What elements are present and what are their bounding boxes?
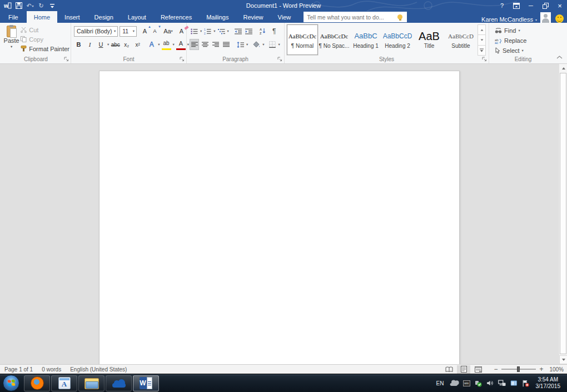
tab-insert[interactable]: Insert: [57, 11, 87, 23]
taskbar-explorer-button[interactable]: [78, 375, 105, 391]
align-right-button[interactable]: [211, 39, 220, 50]
minimize-button[interactable]: ─: [524, 0, 538, 11]
document-page[interactable]: [99, 71, 460, 364]
align-center-button[interactable]: [200, 39, 210, 50]
tab-review[interactable]: Review: [236, 11, 271, 23]
font-dialog-launcher[interactable]: [180, 57, 185, 62]
ribbon-display-options-button[interactable]: [509, 0, 524, 11]
zoom-slider-track[interactable]: [501, 369, 536, 370]
find-dropdown-arrow[interactable]: ▾: [518, 28, 520, 33]
zoom-slider-thumb[interactable]: [517, 366, 520, 372]
tray-app-window-icon[interactable]: [510, 380, 518, 386]
start-button[interactable]: [3, 375, 19, 391]
highlight-dropdown-arrow[interactable]: ▾: [173, 42, 175, 47]
font-family-combo[interactable]: Calibri (Body)▾: [74, 26, 118, 37]
text-effects-button[interactable]: A: [147, 39, 156, 50]
web-layout-button[interactable]: [471, 365, 485, 374]
cut-button[interactable]: Cut: [19, 25, 71, 34]
underline-button[interactable]: U: [96, 39, 106, 50]
tab-references[interactable]: References: [153, 11, 199, 23]
select-button[interactable]: Select ▾: [494, 46, 557, 56]
page-count[interactable]: Page 1 of 1: [0, 366, 37, 373]
line-spacing-dropdown-arrow[interactable]: ▾: [246, 42, 248, 47]
bold-button[interactable]: B: [74, 39, 83, 50]
feedback-smiley-icon[interactable]: [555, 14, 564, 23]
clipboard-dialog-launcher[interactable]: [64, 57, 69, 62]
zoom-in-button[interactable]: +: [539, 365, 544, 373]
justify-button[interactable]: [221, 39, 231, 50]
style-no-spacing[interactable]: AaBbCcDc ¶ No Spac...: [319, 24, 350, 55]
tab-design[interactable]: Design: [87, 11, 121, 23]
line-spacing-button[interactable]: [236, 39, 245, 50]
styles-dialog-launcher[interactable]: [482, 57, 487, 62]
bullets-dropdown-arrow[interactable]: ▾: [200, 29, 202, 33]
zoom-percentage[interactable]: 100%: [545, 366, 564, 373]
style-heading-1[interactable]: AaBbC Heading 1: [350, 24, 381, 55]
grow-font-button[interactable]: A▲: [140, 26, 150, 37]
shading-dropdown-arrow[interactable]: ▾: [262, 42, 264, 47]
redo-button[interactable]: ↻: [37, 1, 46, 10]
tell-me-input[interactable]: [304, 14, 397, 21]
select-dropdown-arrow[interactable]: ▾: [522, 48, 524, 53]
shading-button[interactable]: [252, 39, 261, 50]
scroll-down-button[interactable]: [559, 355, 567, 364]
zoom-out-button[interactable]: −: [494, 365, 498, 373]
tell-me-box[interactable]: [304, 12, 407, 22]
taskbar-onedrive-button[interactable]: [106, 375, 132, 391]
undo-button[interactable]: ↶▾: [26, 1, 34, 10]
account-menu[interactable]: Karen McCandless ▾: [481, 16, 540, 23]
tab-layout[interactable]: Layout: [121, 11, 153, 23]
font-color-button[interactable]: A: [176, 39, 186, 50]
tray-network-icon[interactable]: [498, 380, 506, 386]
read-mode-button[interactable]: [442, 365, 456, 374]
align-left-button[interactable]: [190, 39, 199, 50]
change-case-button[interactable]: Aa▾: [163, 26, 173, 37]
styles-scroll-up-button[interactable]: [478, 24, 486, 35]
taskbar-clock[interactable]: 3:54 AM 3/17/2015: [534, 376, 565, 390]
tab-file[interactable]: File: [0, 11, 27, 23]
language-bar[interactable]: EN: [436, 380, 444, 386]
bullets-button[interactable]: [190, 26, 199, 37]
style-subtitle[interactable]: AaBbCcD Subtitle: [445, 24, 476, 55]
copy-button[interactable]: Copy: [19, 34, 71, 44]
superscript-button[interactable]: x²: [133, 39, 142, 50]
print-layout-button[interactable]: [457, 365, 470, 374]
underline-dropdown-arrow[interactable]: ▾: [107, 42, 109, 47]
tray-safely-remove-hardware-icon[interactable]: [475, 380, 482, 387]
tab-mailings[interactable]: Mailings: [199, 11, 236, 23]
paragraph-dialog-launcher[interactable]: [277, 57, 282, 62]
sort-button[interactable]: AZ: [258, 26, 267, 37]
tab-home[interactable]: Home: [27, 11, 57, 23]
taskbar-word-button[interactable]: W: [133, 375, 159, 391]
help-button[interactable]: ?: [495, 0, 509, 11]
language-indicator[interactable]: English (United States): [66, 366, 131, 373]
text-highlight-color-button[interactable]: ab: [162, 39, 171, 50]
multilevel-dropdown-arrow[interactable]: ▾: [227, 29, 229, 33]
numbering-button[interactable]: 1.2.: [203, 26, 212, 37]
increase-indent-button[interactable]: [244, 26, 253, 37]
strikethrough-button[interactable]: abc: [111, 39, 120, 50]
save-button[interactable]: [14, 1, 23, 10]
style-title[interactable]: AaB Title: [414, 24, 445, 55]
decrease-indent-button[interactable]: [233, 26, 243, 37]
styles-scroll-down-button[interactable]: [478, 34, 486, 45]
tray-vm-icon[interactable]: vm: [463, 380, 470, 386]
word-count[interactable]: 0 words: [37, 366, 66, 373]
show-hide-paragraph-marks-button[interactable]: ¶: [270, 26, 279, 37]
tray-onedrive-icon[interactable]: [449, 381, 457, 386]
restore-button[interactable]: [538, 0, 553, 11]
style-normal[interactable]: AaBbCcDc ¶ Normal: [287, 24, 318, 55]
borders-button[interactable]: [268, 39, 277, 50]
paste-dropdown-arrow[interactable]: ▾: [11, 44, 12, 49]
font-size-combo[interactable]: 11▾: [120, 26, 137, 37]
numbering-dropdown-arrow[interactable]: ▾: [213, 29, 215, 33]
customize-quick-access-toolbar-button[interactable]: [48, 1, 57, 10]
replace-button[interactable]: abac Replace: [494, 36, 557, 46]
shrink-font-button[interactable]: A▼: [150, 26, 160, 37]
scrollbar-thumb[interactable]: [560, 73, 566, 354]
italic-button[interactable]: I: [85, 39, 94, 50]
clear-formatting-button[interactable]: A: [177, 26, 186, 37]
taskbar-firefox-button[interactable]: [24, 375, 50, 391]
tray-volume-icon[interactable]: [486, 380, 494, 386]
find-button[interactable]: Find ▾: [494, 26, 557, 36]
